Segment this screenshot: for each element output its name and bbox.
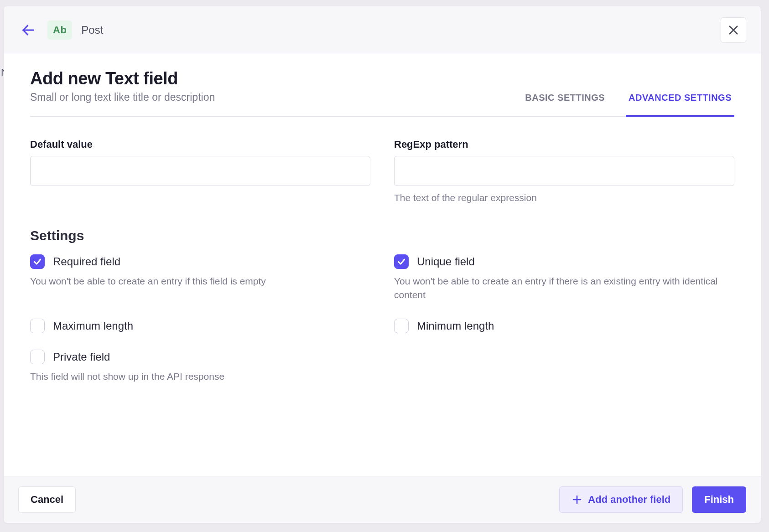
tab-advanced-settings[interactable]: Advanced Settings <box>626 86 734 117</box>
add-another-field-label: Add another field <box>588 494 670 506</box>
private-desc: This field will not show up in the API r… <box>30 370 370 383</box>
field-modal: Ab Post Add new Text field Small or long… <box>4 6 761 523</box>
cancel-button[interactable]: Cancel <box>18 486 76 513</box>
min-length-label: Minimum length <box>417 320 494 332</box>
regexp-label: RegExp pattern <box>394 139 734 150</box>
regexp-input[interactable] <box>394 156 734 186</box>
settings-heading: Settings <box>30 228 734 243</box>
back-button[interactable] <box>18 20 38 40</box>
check-icon <box>397 257 406 266</box>
setting-max-length: Maximum length <box>30 319 370 333</box>
max-length-checkbox[interactable] <box>30 319 45 333</box>
modal-footer: Cancel Add another field Finish <box>4 476 761 523</box>
setting-min-length: Minimum length <box>394 319 734 333</box>
private-checkbox[interactable] <box>30 350 45 364</box>
setting-unique: Unique field You won't be able to create… <box>394 254 734 302</box>
arrow-left-icon <box>21 22 36 38</box>
required-desc: You won't be able to create an entry if … <box>30 274 370 288</box>
tabs: Basic Settings Advanced Settings <box>522 86 734 117</box>
setting-required: Required field You won't be able to crea… <box>30 254 370 302</box>
required-label: Required field <box>53 255 120 268</box>
check-icon <box>33 257 42 266</box>
regexp-helper: The text of the regular expression <box>394 192 734 203</box>
page-title: Add new Text field <box>30 69 522 88</box>
finish-button[interactable]: Finish <box>692 486 746 513</box>
unique-desc: You won't be able to create an entry if … <box>394 274 734 302</box>
min-length-checkbox[interactable] <box>394 319 409 333</box>
modal-header: Ab Post <box>4 6 761 54</box>
max-length-label: Maximum length <box>53 320 133 332</box>
required-checkbox[interactable] <box>30 254 45 269</box>
close-button[interactable] <box>721 17 746 43</box>
tab-basic-settings[interactable]: Basic Settings <box>522 86 608 117</box>
unique-label: Unique field <box>417 255 475 268</box>
modal-body: Add new Text field Small or long text li… <box>4 54 761 476</box>
private-label: Private field <box>53 351 110 363</box>
add-another-field-button[interactable]: Add another field <box>559 486 683 513</box>
collection-name: Post <box>81 24 103 36</box>
plus-icon <box>572 494 582 505</box>
unique-checkbox[interactable] <box>394 254 409 269</box>
default-value-label: Default value <box>30 139 370 150</box>
default-value-input[interactable] <box>30 156 370 186</box>
setting-private: Private field This field will not show u… <box>30 350 370 383</box>
close-icon <box>727 24 740 36</box>
field-type-badge: Ab <box>47 21 72 40</box>
page-subtitle: Small or long text like title or descrip… <box>30 91 522 103</box>
